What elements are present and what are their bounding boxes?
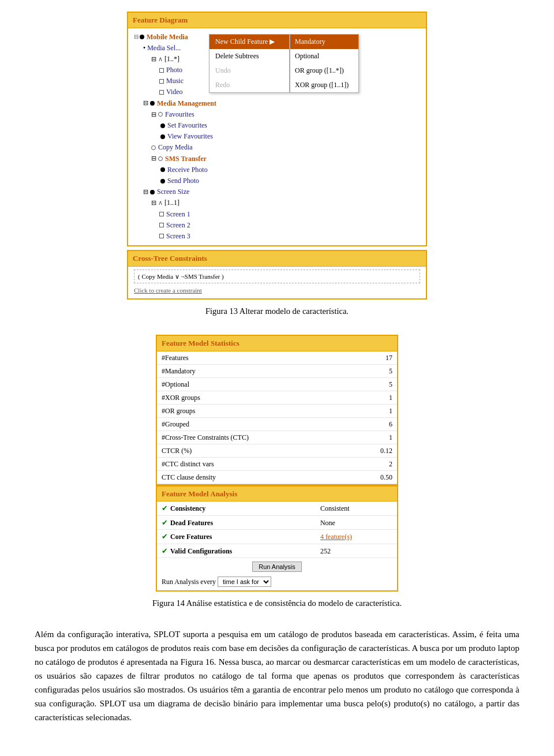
minus-icon: ⊟ (143, 187, 148, 197)
tree-item-send: Send Photo (134, 175, 420, 186)
stats-value: 5 (354, 364, 398, 377)
bullet-icon (160, 179, 165, 184)
analysis-check: ✔Valid Configurations (157, 544, 316, 558)
circle-icon (158, 112, 163, 117)
stats-row: #XOR groups1 (157, 391, 397, 404)
bullet-icon (150, 101, 155, 106)
run-analysis-button[interactable]: Run Analysis (252, 562, 302, 572)
stats-row: #Mandatory5 (157, 364, 397, 377)
bullet-icon (150, 190, 155, 194)
optional-item[interactable]: Optional (290, 49, 358, 63)
item-label: SMS Transfer (165, 154, 207, 164)
stats-label: CTC clause density (157, 470, 354, 484)
stats-label: #Mandatory (157, 364, 354, 377)
analysis-title: Feature Model Analysis (157, 486, 397, 502)
square-icon (159, 223, 164, 227)
mandatory-item[interactable]: Mandatory (290, 35, 358, 49)
square-icon (159, 234, 164, 238)
run-every-label: Run Analysis every (162, 578, 216, 586)
stats-row: #Grouped6 (157, 417, 397, 431)
stats-value: 1 (354, 391, 398, 404)
minus-icon: ⊟ (151, 198, 156, 208)
bullet-icon (160, 134, 165, 139)
or-group-item[interactable]: OR group ([1..*]) (290, 63, 358, 78)
stats-label: CTCR (%) (157, 444, 354, 457)
tree-item-screen1: Screen 1 (134, 209, 420, 220)
minus-icon: ⊟ (151, 154, 156, 164)
stats-row: #OR groups1 (157, 404, 397, 417)
body-text-container: Além da configuração interativa, SPLOT s… (35, 627, 519, 724)
tree-item-copy-media: Copy Media (134, 142, 420, 153)
item-label: Copy Media (158, 142, 193, 153)
stats-label: #Optional (157, 377, 354, 391)
xor-group-item[interactable]: XOR group ([1..1]) (290, 78, 358, 92)
analysis-row: ✔Dead FeaturesNone (157, 515, 397, 530)
stats-row: CTC clause density0.50 (157, 470, 397, 484)
mandatory-menu[interactable]: Mandatory Optional OR group ([1..*]) XOR… (290, 34, 359, 93)
body-paragraph-1: Além da configuração interativa, SPLOT s… (35, 627, 519, 724)
item-label: Receive Photo (167, 164, 208, 175)
analysis-row: ✔ConsistencyConsistent (157, 501, 397, 515)
context-menu-item-delete[interactable]: Delete Subtrees (209, 49, 289, 63)
stats-label: #Grouped (157, 417, 354, 431)
stats-title: Feature Model Statistics (157, 336, 397, 351)
stats-label: #XOR groups (157, 391, 354, 404)
stats-value: 2 (354, 457, 398, 470)
square-icon (159, 79, 164, 84)
analysis-value: Consistent (316, 501, 397, 515)
ctc-title: Cross-Tree Constraints (128, 251, 426, 267)
item-label: Screen Size (157, 186, 189, 197)
stats-value: 5 (354, 377, 398, 391)
feature-diagram-box: Feature Diagram ⊟ Mobile Media • Media S… (127, 12, 427, 246)
tree-item-media-sel: • Media Sel... New Child Feature ▶ Delet… (134, 43, 420, 54)
minus-icon: ⊟ (143, 98, 148, 108)
tree-item-receive: Receive Photo (134, 164, 420, 175)
analysis-check: ✔Core Features (157, 530, 316, 544)
stats-value: 17 (354, 351, 398, 365)
caret-icon: ∧ (158, 54, 163, 65)
bullet-icon (160, 167, 165, 172)
tree-item-set-fav: Set Favourites (134, 120, 420, 131)
analysis-value: None (316, 515, 397, 530)
bullet-icon (160, 123, 165, 128)
analysis-value[interactable]: 4 feature(s) (316, 530, 397, 544)
item-label: Screen 2 (166, 220, 190, 231)
square-icon (159, 68, 164, 73)
stats-box: Feature Model Statistics #Features17#Man… (156, 335, 398, 485)
tree-item-media-mgmt: ⊟ Media Management (134, 98, 420, 109)
time-dropdown[interactable]: time I ask for (218, 577, 271, 587)
combined-figure: Feature Model Statistics #Features17#Man… (156, 335, 398, 592)
minus-icon: ⊟ (134, 32, 138, 42)
item-label: Photo (166, 65, 182, 76)
analysis-row: ✔Core Features4 feature(s) (157, 530, 397, 544)
stats-label: #Cross-Tree Constraints (CTC) (157, 431, 354, 444)
item-label: Favourites (165, 109, 194, 120)
caret-icon: ∧ (158, 198, 163, 208)
square-icon (159, 90, 164, 95)
tree-item-screen-size: ⊟ Screen Size (134, 186, 420, 197)
ctc-box: Cross-Tree Constraints ( Copy Media ∨ ¬S… (127, 250, 427, 300)
figure-13-container: Feature Diagram ⊟ Mobile Media • Media S… (35, 12, 519, 329)
feature-diagram-title: Feature Diagram (128, 13, 426, 28)
run-analysis-row: Run Analysis (157, 558, 397, 575)
figure-13-caption: Figura 13 Alterar modelo de característi… (205, 305, 349, 318)
item-label: Screen 3 (166, 231, 190, 242)
range-label: [1..*] (164, 54, 179, 65)
ctc-add-link[interactable]: Click to create a constraint (134, 286, 420, 295)
tree-item-view-fav: View Favourites (134, 131, 420, 142)
analysis-table: ✔ConsistencyConsistent✔Dead FeaturesNone… (157, 501, 397, 558)
analysis-value: 252 (316, 544, 397, 558)
item-label: Video (166, 87, 183, 98)
minus-icon: ⊟ (151, 54, 156, 65)
stats-label: #OR groups (157, 404, 354, 417)
root-label: Mobile Media (147, 32, 188, 43)
run-every-row: Run Analysis every time I ask for (157, 575, 397, 590)
stats-row: #CTC distinct vars2 (157, 457, 397, 470)
stats-value: 6 (354, 417, 398, 431)
context-menu-item-new-child[interactable]: New Child Feature ▶ (209, 35, 289, 49)
context-menu-item-redo: Redo (209, 78, 289, 92)
stats-row: #Cross-Tree Constraints (CTC)1 (157, 431, 397, 444)
context-menu[interactable]: New Child Feature ▶ Delete Subtrees Undo… (209, 34, 290, 93)
circle-icon (151, 145, 156, 150)
range-label: [1..1] (164, 197, 179, 208)
